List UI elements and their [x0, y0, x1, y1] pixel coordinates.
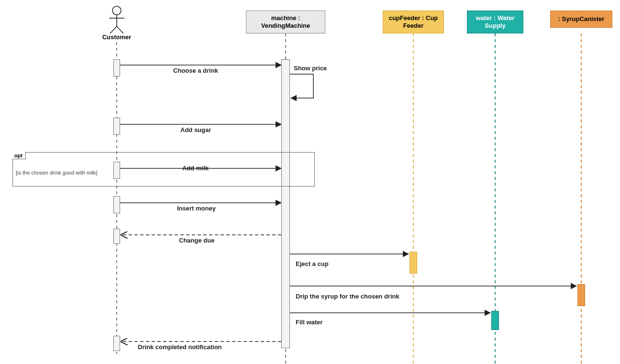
actor-label: Customer — [96, 33, 138, 41]
msg-arrow-show-price — [290, 74, 313, 98]
opt-fragment[interactable]: opt [is the chosen drink good with milk] — [12, 152, 315, 187]
msg-label-insert-money: Insert money — [177, 205, 216, 212]
opt-fragment-tag: opt — [12, 152, 26, 159]
msg-label-add-milk: Add milk — [182, 165, 209, 172]
activation-syrup — [577, 284, 585, 306]
msg-label-drip-syrup: Drip the syrup for the chosen drink — [296, 293, 399, 300]
lifeline-head-cupfeeder[interactable]: cupFeeder : Cup Feeder — [383, 11, 444, 33]
activation-customer-6 — [113, 336, 120, 351]
msg-label-drink-done: Drink completed notification — [138, 343, 222, 351]
actor-figure — [109, 6, 124, 33]
lifeline-head-syrup[interactable]: : SyrupCanister — [550, 11, 612, 28]
msg-label-show-price: Show price — [294, 65, 327, 72]
msg-label-add-sugar: Add sugar — [180, 126, 211, 133]
activation-customer-5 — [113, 229, 120, 244]
activation-customer-1 — [113, 59, 120, 77]
activation-water — [491, 311, 499, 330]
svg-point-0 — [112, 6, 121, 15]
lifeline-head-machine[interactable]: machine : VendingMachine — [246, 11, 325, 33]
activation-cupfeeder — [410, 252, 417, 274]
msg-label-choose-drink: Choose a drink — [173, 67, 218, 74]
svg-line-3 — [110, 26, 117, 33]
lifeline-head-water[interactable]: water : Water Supply — [467, 11, 523, 33]
activation-machine — [281, 59, 290, 348]
msg-label-fill-water: Fill water — [296, 319, 322, 326]
activation-customer-4 — [113, 196, 120, 213]
svg-line-4 — [117, 26, 123, 33]
opt-fragment-guard: [is the chosen drink good with milk] — [16, 170, 98, 176]
msg-label-change-due: Change due — [179, 237, 214, 244]
msg-label-eject-cup: Eject a cup — [296, 260, 329, 267]
activation-customer-2 — [113, 118, 120, 135]
